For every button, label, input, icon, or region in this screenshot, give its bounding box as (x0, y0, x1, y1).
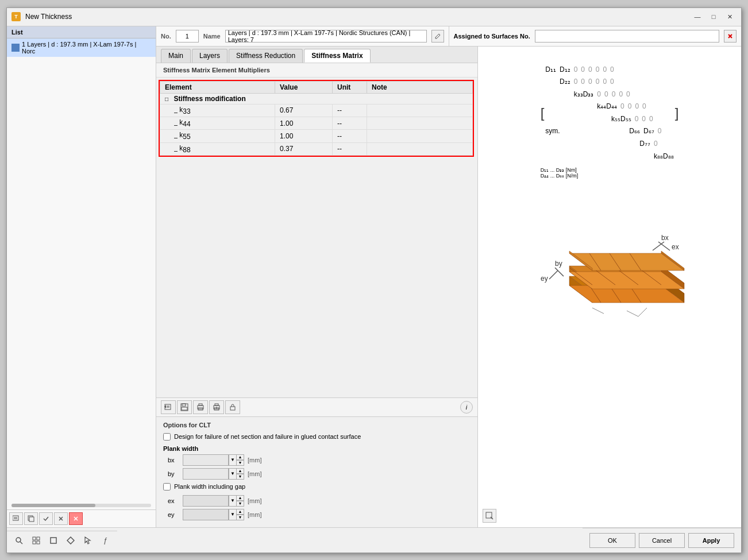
two-column-area: Main Layers Stiffness Reduction Stiffnes… (156, 47, 741, 527)
assigned-surfaces-field[interactable] (535, 30, 719, 43)
matrix-diagram: [ D₁₁D₁₂000000 D₁₁D₂₂000000 D₁₁D₁₁k₃₃D₃₃… (541, 64, 679, 179)
ex-up[interactable]: ▲ (236, 495, 244, 501)
list-uncheck-button[interactable] (54, 512, 68, 525)
toolbar-lock-button[interactable] (225, 400, 240, 414)
svg-text:by: by (555, 260, 562, 268)
list-bottom-toolbar (7, 509, 156, 527)
bx-label: bx (168, 457, 179, 464)
list-item-text: 1 Layers | d : 197.3 mm | X-Lam 197-7s |… (22, 41, 151, 55)
ex-input[interactable] (183, 495, 229, 507)
collapse-icon[interactable]: □ (165, 96, 168, 102)
bx-spinner: ▲ ▼ (236, 454, 244, 466)
by-input[interactable] (183, 468, 229, 480)
bx-input[interactable] (183, 454, 229, 466)
unit-k33: -- (333, 104, 367, 117)
ey-input-group: ▼ ▲ ▼ (183, 509, 244, 520)
section-title: Stiffness Matrix Element Multipliers (156, 63, 477, 78)
close-button[interactable]: ✕ (723, 11, 737, 22)
edit-name-button[interactable] (431, 30, 444, 43)
toolbar-export-button[interactable] (209, 400, 224, 414)
bx-down[interactable]: ▼ (236, 460, 244, 466)
grid-tool-button[interactable] (29, 534, 44, 547)
svg-rect-63 (33, 541, 36, 544)
cancel-button[interactable]: Cancel (639, 533, 685, 548)
apply-button[interactable]: Apply (688, 533, 734, 548)
svg-rect-65 (51, 538, 56, 543)
options-section: Options for CLT Design for failure of ne… (156, 417, 477, 527)
scrollbar-thumb (11, 504, 95, 507)
plank-width-gap-checkbox-row: Plank width including gap (163, 483, 471, 491)
value-k88[interactable]: 0.37 (275, 142, 333, 155)
tab-main[interactable]: Main (161, 49, 191, 63)
ey-spinner: ▲ ▼ (236, 509, 244, 520)
box-tool-button[interactable] (46, 534, 61, 547)
ey-dropdown[interactable]: ▼ (229, 509, 237, 520)
minimize-button[interactable]: — (691, 11, 704, 22)
select-tool-button[interactable] (80, 534, 95, 547)
svg-rect-62 (37, 537, 40, 540)
by-dropdown[interactable]: ▼ (229, 468, 237, 480)
by-unit: [mm] (248, 470, 261, 477)
bx-dropdown[interactable]: ▼ (229, 454, 237, 466)
tab-stiffness-matrix[interactable]: Stiffness Matrix (304, 49, 370, 63)
assigned-label: Assigned to Surfaces No. (454, 33, 530, 40)
matrix-row-3: D₁₁D₁₁k₃₃D₃₃00000 (545, 88, 673, 101)
left-form: Main Layers Stiffness Reduction Stiffnes… (156, 47, 478, 527)
list-add-button[interactable] (9, 512, 23, 525)
ex-dropdown[interactable]: ▼ (229, 495, 237, 507)
by-label: by (168, 470, 179, 477)
list-item[interactable]: 1 Layers | d : 197.3 mm | X-Lam 197-7s |… (7, 38, 156, 57)
svg-rect-4 (29, 517, 34, 522)
value-k33[interactable]: 0.67 (275, 104, 333, 117)
matrix-row-4: D₁₁D₁₁k₃₃D₃₃k₄₄D₄₄0000 (545, 101, 673, 113)
ok-button[interactable]: OK (589, 533, 635, 548)
plank-width-gap-checkbox[interactable] (163, 483, 171, 491)
bx-unit: [mm] (248, 457, 261, 464)
tab-layers[interactable]: Layers (192, 49, 228, 63)
by-down[interactable]: ▼ (236, 474, 244, 480)
ex-spinner: ▲ ▼ (236, 495, 244, 507)
element-k33: ⎯ k33 (160, 104, 275, 117)
matrix-right-bracket: ] (675, 64, 679, 163)
col-value: Value (275, 81, 333, 93)
bx-up[interactable]: ▲ (236, 454, 244, 460)
by-up[interactable]: ▲ (236, 468, 244, 474)
info-button[interactable]: i (460, 401, 473, 414)
by-input-group: ▼ ▲ ▼ (183, 468, 244, 480)
main-content: List 1 Layers | d : 197.3 mm | X-Lam 197… (7, 26, 741, 527)
design-failure-checkbox[interactable] (163, 433, 171, 441)
list-delete-button[interactable] (69, 512, 83, 525)
bx-row: bx ▼ ▲ ▼ [mm] (163, 454, 471, 466)
right-preview: [ D₁₁D₁₂000000 D₁₁D₂₂000000 D₁₁D₁₁k₃₃D₃₃… (478, 47, 741, 527)
note-k33 (367, 104, 473, 117)
assigned-surfaces-button[interactable] (724, 30, 737, 43)
col-unit: Unit (333, 81, 367, 93)
maximize-button[interactable]: □ (707, 11, 720, 22)
ex-down[interactable]: ▼ (236, 501, 244, 507)
ey-up[interactable]: ▲ (236, 509, 244, 515)
toolbar-back-button[interactable] (161, 400, 176, 414)
ex-label: ex (168, 497, 179, 504)
toolbar-save-button[interactable] (177, 400, 192, 414)
tab-content: Stiffness Matrix Element Multipliers Ele… (156, 63, 477, 527)
svg-rect-16 (182, 407, 187, 410)
svg-rect-0 (13, 516, 18, 520)
function-tool-button[interactable]: ƒ (98, 534, 113, 547)
app-icon: T (11, 12, 21, 21)
diamond-tool-button[interactable] (63, 534, 78, 547)
list-copy-button[interactable] (24, 512, 38, 525)
by-row: by ▼ ▲ ▼ [mm] (163, 468, 471, 480)
matrix-container: [ D₁₁D₁₂000000 D₁₁D₂₂000000 D₁₁D₁₁k₃₃D₃₃… (541, 64, 679, 163)
value-k55[interactable]: 1.00 (275, 130, 333, 142)
name-field[interactable]: Layers | d : 197.3 mm | X-Lam 197-7s | N… (225, 30, 427, 43)
zoom-icon[interactable] (483, 509, 496, 523)
tab-stiffness-reduction[interactable]: Stiffness Reduction (229, 49, 303, 63)
value-k44[interactable]: 1.00 (275, 117, 333, 129)
matrix-row-6: sym.D₁₁k₃₃D₃₃D₁₁D₁₁D₆₆D₆₇0 (545, 125, 673, 138)
ey-down[interactable]: ▼ (236, 515, 244, 520)
search-tool-button[interactable] (11, 534, 26, 547)
ey-row: ey ▼ ▲ ▼ [mm] (163, 509, 471, 520)
ey-input[interactable] (183, 509, 229, 520)
list-check-button[interactable] (39, 512, 53, 525)
toolbar-print-button[interactable] (193, 400, 208, 414)
